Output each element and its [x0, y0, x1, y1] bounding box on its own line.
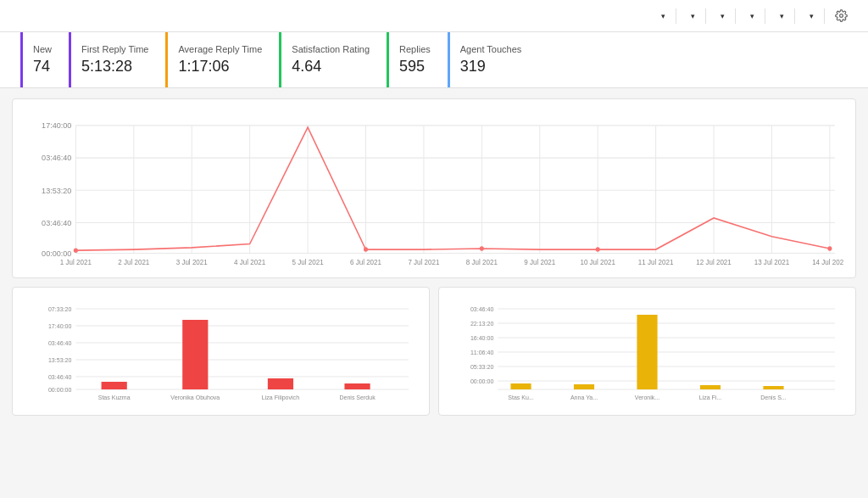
stat-label: Average Reply Time [178, 44, 262, 54]
bottom-row: 07:33:20 17:40:00 03:46:40 13:53:20 03:4… [12, 287, 856, 416]
filter-period-button[interactable]: ▾ [798, 8, 821, 24]
svg-text:9 Jul 2021: 9 Jul 2021 [524, 257, 555, 266]
chevron-down-icon: ▾ [780, 12, 784, 20]
filter-types-button[interactable]: ▾ [650, 8, 672, 24]
svg-rect-58 [268, 378, 293, 389]
separator [705, 8, 706, 24]
svg-text:Stas Ku...: Stas Ku... [508, 394, 534, 400]
svg-text:11:06:40: 11:06:40 [470, 350, 493, 355]
svg-text:3 Jul 2021: 3 Jul 2021 [176, 257, 208, 266]
separator [824, 8, 825, 24]
svg-text:4 Jul 2021: 4 Jul 2021 [234, 257, 265, 266]
filter-agents-button[interactable]: ▾ [739, 8, 761, 24]
svg-text:1 Jul 2021: 1 Jul 2021 [60, 257, 92, 266]
svg-text:00:00:00: 00:00:00 [470, 378, 493, 384]
bar-right-container: 03:46:40 22:13:20 16:40:00 11:06:40 05:3… [451, 305, 843, 406]
settings-button[interactable] [828, 6, 854, 25]
line-chart-svg: 17:40:00 03:46:40 13:53:20 03:46:40 00:0… [25, 116, 843, 269]
svg-point-25 [74, 248, 78, 252]
svg-text:17:40:00: 17:40:00 [42, 120, 71, 130]
stat-value: 1:17:06 [178, 58, 262, 76]
svg-text:00:00:00: 00:00:00 [48, 387, 71, 393]
svg-text:22:13:20: 22:13:20 [470, 321, 493, 327]
svg-rect-79 [637, 315, 657, 389]
svg-point-28 [596, 247, 600, 251]
svg-text:Liza Fi...: Liza Fi... [699, 394, 722, 400]
stat-value: 595 [399, 58, 431, 76]
svg-text:07:33:20: 07:33:20 [48, 306, 71, 312]
svg-text:17:40:00: 17:40:00 [48, 323, 71, 329]
stat-label: Replies [399, 44, 431, 54]
svg-text:14 Jul 2021: 14 Jul 2021 [812, 257, 843, 266]
svg-text:03:46:40: 03:46:40 [42, 217, 71, 227]
chevron-down-icon: ▾ [750, 12, 754, 20]
stat-value: 4.64 [292, 58, 370, 76]
separator [794, 8, 795, 24]
avg-reply-agent-card: 03:46:40 22:13:20 16:40:00 11:06:40 05:3… [438, 287, 856, 416]
svg-text:13:53:20: 13:53:20 [48, 357, 71, 363]
svg-text:Liza Filipovich: Liza Filipovich [262, 394, 299, 401]
chevron-down-icon: ▾ [810, 12, 814, 20]
svg-text:05:33:20: 05:33:20 [470, 364, 493, 370]
separator [735, 8, 736, 24]
stat-item-replies: Replies 595 [387, 32, 448, 87]
stat-item-average-reply-time: Average Reply Time 1:17:06 [165, 32, 279, 87]
svg-text:Veronika Obuhova: Veronika Obuhova [170, 394, 220, 400]
bar-left-container: 07:33:20 17:40:00 03:46:40 13:53:20 03:4… [25, 305, 417, 406]
svg-text:16:40:00: 16:40:00 [470, 335, 493, 341]
svg-text:2 Jul 2021: 2 Jul 2021 [118, 257, 149, 266]
svg-rect-78 [574, 384, 594, 389]
filter-hours-button[interactable]: ▾ [769, 8, 791, 24]
stats-bar: New 74 First Reply Time 5:13:28 Average … [0, 32, 868, 88]
svg-text:8 Jul 2021: 8 Jul 2021 [466, 257, 498, 266]
gear-icon [835, 9, 848, 22]
svg-text:11 Jul 2021: 11 Jul 2021 [638, 257, 674, 266]
chevron-down-icon: ▾ [721, 12, 725, 20]
svg-text:03:46:40: 03:46:40 [470, 306, 493, 312]
svg-text:12 Jul 2021: 12 Jul 2021 [696, 257, 732, 266]
line-chart-container: 17:40:00 03:46:40 13:53:20 03:46:40 00:0… [25, 116, 843, 269]
svg-rect-57 [182, 320, 208, 389]
svg-rect-56 [102, 382, 127, 389]
chevron-down-icon: ▾ [661, 12, 665, 20]
svg-text:03:46:40: 03:46:40 [42, 153, 71, 162]
stat-value: 74 [33, 58, 52, 76]
stat-item-satisfaction-rating: Satisfaction Rating 4.64 [279, 32, 387, 87]
stat-label: Agent Touches [460, 44, 522, 54]
svg-point-27 [480, 246, 484, 250]
bar-left-svg: 07:33:20 17:40:00 03:46:40 13:53:20 03:4… [25, 305, 417, 406]
svg-text:13 Jul 2021: 13 Jul 2021 [754, 257, 790, 266]
svg-text:00:00:00: 00:00:00 [42, 248, 71, 257]
first-reply-agent-card: 07:33:20 17:40:00 03:46:40 13:53:20 03:4… [12, 287, 430, 416]
svg-rect-59 [344, 383, 370, 389]
first-reply-time-card: 17:40:00 03:46:40 13:53:20 03:46:40 00:0… [12, 98, 856, 278]
svg-rect-80 [700, 385, 721, 389]
svg-text:13:53:20: 13:53:20 [42, 185, 71, 194]
svg-point-0 [840, 14, 843, 18]
svg-text:10 Jul 2021: 10 Jul 2021 [580, 257, 615, 266]
svg-text:5 Jul 2021: 5 Jul 2021 [292, 257, 324, 266]
svg-text:03:46:40: 03:46:40 [48, 374, 71, 380]
stat-item-agent-touches: Agent Touches 319 [448, 32, 539, 87]
chevron-down-icon: ▾ [691, 12, 695, 20]
svg-rect-81 [763, 386, 783, 389]
stat-label: Satisfaction Rating [292, 44, 370, 54]
svg-point-29 [827, 246, 832, 250]
filter-teams-button[interactable]: ▾ [709, 8, 732, 24]
svg-text:03:46:40: 03:46:40 [48, 340, 71, 346]
filter-bar: ▾ ▾ ▾ ▾ ▾ ▾ [650, 6, 854, 25]
svg-text:Veronik...: Veronik... [635, 394, 659, 400]
svg-rect-77 [510, 383, 531, 389]
bar-right-svg: 03:46:40 22:13:20 16:40:00 11:06:40 05:3… [451, 305, 843, 406]
separator [765, 8, 765, 24]
svg-text:7 Jul 2021: 7 Jul 2021 [408, 257, 439, 266]
charts-area: 17:40:00 03:46:40 13:53:20 03:46:40 00:0… [0, 88, 868, 426]
stat-label: First Reply Time [81, 44, 148, 54]
svg-text:Anna Ya...: Anna Ya... [570, 394, 598, 400]
svg-text:Denis S...: Denis S... [760, 394, 787, 400]
filter-statuses-button[interactable]: ▾ [680, 8, 702, 24]
svg-text:Stas Kuzma: Stas Kuzma [98, 394, 131, 400]
stat-value: 319 [460, 58, 522, 76]
header: ▾ ▾ ▾ ▾ ▾ ▾ [0, 0, 868, 32]
stat-value: 5:13:28 [81, 58, 148, 76]
